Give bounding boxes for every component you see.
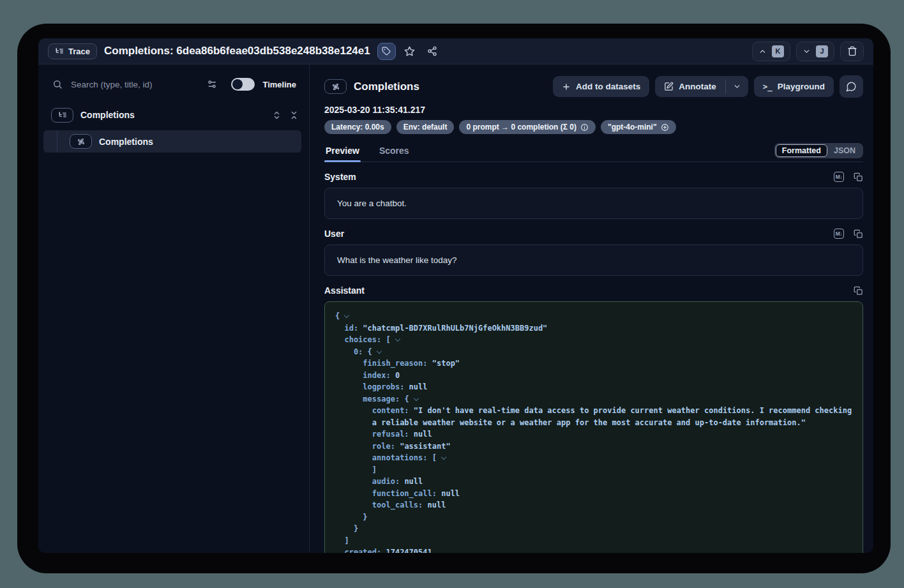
observation-header: Completions Add to datasets: [324, 75, 863, 98]
tab-preview[interactable]: Preview: [324, 146, 361, 162]
model-badge: "gpt-4o-mini": [601, 120, 676, 134]
json-brace: {: [404, 395, 409, 403]
info-icon[interactable]: [576, 123, 589, 132]
json-value: "stop": [432, 359, 460, 368]
tree-child-label: Completions: [99, 137, 153, 147]
json-key: id:: [344, 324, 358, 333]
delete-trace-button[interactable]: [840, 41, 864, 61]
json-brace: ]: [372, 465, 377, 474]
observation-timestamp: 2025-03-20 11:35:41.217: [324, 105, 863, 115]
json-line: ]: [335, 464, 852, 476]
json-value: "I don't have real-time data access to p…: [372, 406, 857, 427]
collapse-chevron-icon[interactable]: [395, 336, 400, 342]
json-line: content: "I don't have real-time data ac…: [335, 405, 852, 428]
markdown-icon[interactable]: M↓: [834, 229, 844, 239]
search-icon: [52, 79, 63, 89]
user-section-head: User M↓: [324, 229, 863, 239]
plus-circle-icon[interactable]: [657, 123, 669, 132]
user-message-section: User M↓ What is the weather like today?: [324, 229, 863, 276]
trace-tree-sidebar: Timeline Completions: [38, 64, 310, 553]
keycap-k: K: [772, 45, 784, 57]
json-key: tool_calls:: [372, 501, 423, 509]
tree-item-trace-root[interactable]: Completions: [38, 104, 309, 126]
annotate-split-button: Annotate: [655, 76, 748, 97]
format-json[interactable]: JSON: [827, 144, 862, 157]
observation-tree: Completions: [38, 104, 309, 153]
trash-icon: [847, 46, 857, 56]
json-value: null: [428, 501, 446, 509]
json-value: "chatcmpl-BD7XRulRhULb7NjGfeOkhN3BB9zud": [363, 324, 547, 333]
json-key: refusal:: [372, 430, 409, 439]
tree-indent-guide: [57, 130, 57, 153]
trace-badge-label: Trace: [68, 47, 90, 56]
next-trace-button[interactable]: J: [796, 41, 834, 61]
add-to-datasets-button[interactable]: Add to datasets: [553, 76, 649, 97]
header-actions: Add to datasets Annotate: [553, 75, 863, 98]
assistant-label: Assistant: [324, 285, 365, 296]
assistant-message-section: Assistant {id: "chatcmpl-BD7XRulRhULb7Nj…: [324, 285, 863, 553]
share-button[interactable]: [424, 43, 441, 59]
observation-title: Completions: [354, 80, 419, 93]
json-line: id: "chatcmpl-BD7XRulRhULb7NjGfeOkhN3BB9…: [335, 322, 852, 335]
json-line: ]: [335, 535, 852, 547]
trace-topbar: Trace Completions: 6dea86b6feae03db538e2…: [38, 38, 873, 64]
playground-button[interactable]: >_ Playground: [754, 76, 834, 97]
tree-search-row: Timeline: [38, 73, 309, 95]
assistant-section-head: Assistant: [324, 285, 863, 296]
json-value: null: [441, 489, 460, 498]
annotate-label: Annotate: [679, 82, 716, 91]
json-key: role:: [372, 442, 395, 451]
pen-square-icon: [664, 82, 674, 91]
latency-badge: Latency: 0.00s: [324, 120, 391, 134]
json-key: choices:: [344, 335, 381, 344]
user-label: User: [324, 229, 344, 239]
topbar-right-actions: K J: [752, 41, 864, 61]
json-key: annotations:: [372, 453, 428, 462]
comments-button[interactable]: [840, 75, 863, 98]
trace-title: Completions: 6dea86b6feae03db538e248b38e…: [104, 45, 370, 57]
tab-scores[interactable]: Scores: [378, 146, 411, 162]
json-line: refusal: null: [335, 428, 852, 441]
prev-trace-button[interactable]: K: [752, 41, 790, 61]
copy-icon[interactable]: [854, 286, 863, 296]
preview-tabs: Preview Scores Formatted JSON: [324, 143, 863, 162]
collapse-chevron-icon[interactable]: [344, 313, 349, 318]
chevron-down-icon: [802, 47, 811, 56]
trace-body: Timeline Completions: [38, 64, 873, 553]
user-message-card: What is the weather like today?: [324, 245, 863, 276]
format-formatted[interactable]: Formatted: [776, 144, 827, 157]
fold-vertical-icon[interactable]: [289, 110, 299, 120]
markdown-icon[interactable]: M↓: [834, 172, 844, 182]
json-line: 0: {: [335, 346, 852, 358]
json-line: finish_reason: "stop": [335, 358, 852, 370]
tree-root-icons: [272, 110, 299, 120]
collapse-chevron-icon[interactable]: [413, 395, 418, 400]
json-key: logprobs:: [363, 382, 404, 391]
json-line: message: {: [335, 393, 852, 405]
filter-settings-icon[interactable]: [207, 79, 217, 89]
json-key: function_call:: [372, 489, 437, 498]
unfold-vertical-icon[interactable]: [272, 110, 282, 120]
tag-button[interactable]: [377, 43, 396, 60]
tree-item-generation-selected[interactable]: Completions: [43, 130, 301, 153]
json-brace: [: [432, 453, 437, 462]
json-line: }: [335, 511, 852, 524]
copy-icon[interactable]: [854, 172, 863, 182]
copy-icon[interactable]: [854, 229, 863, 239]
json-key: 0:: [354, 347, 363, 356]
annotate-dropdown-caret[interactable]: [726, 76, 748, 97]
share-icon: [427, 46, 437, 56]
json-line: choices: [: [335, 334, 852, 346]
json-key: finish_reason:: [363, 359, 427, 368]
timeline-toggle[interactable]: [231, 78, 255, 91]
add-to-datasets-label: Add to datasets: [576, 82, 640, 91]
json-brace: ]: [344, 536, 349, 545]
json-brace: }: [354, 524, 358, 533]
annotate-button[interactable]: Annotate: [655, 76, 725, 97]
system-message-card: You are a chatbot.: [324, 188, 863, 219]
collapse-chevron-icon[interactable]: [441, 455, 446, 460]
collapse-chevron-icon[interactable]: [377, 348, 382, 353]
format-toggle: Formatted JSON: [774, 143, 863, 158]
star-button[interactable]: [402, 43, 418, 59]
search-input[interactable]: [71, 80, 207, 89]
